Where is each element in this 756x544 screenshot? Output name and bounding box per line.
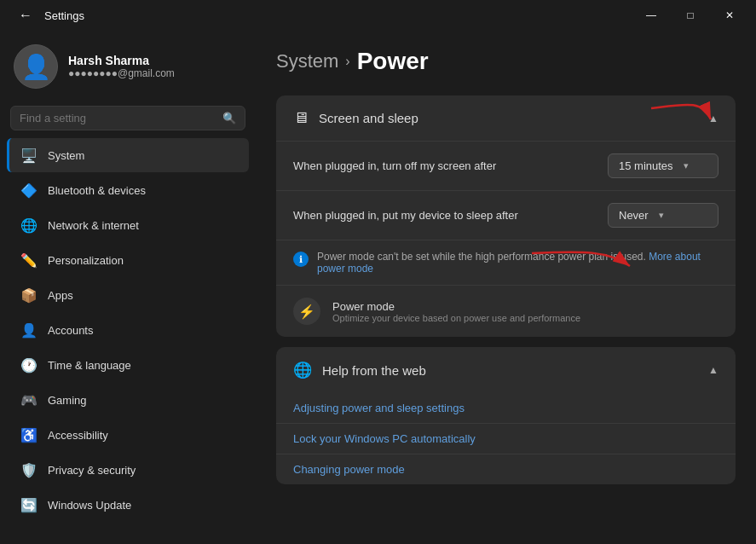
sidebar-item-windows-update[interactable]: 🔄Windows Update [7, 488, 249, 522]
bluetooth-nav-icon: 🔷 [20, 182, 38, 199]
sidebar-item-label-accessibility: Accessibility [48, 429, 108, 442]
help-link-0[interactable]: Adjusting power and sleep settings [276, 393, 736, 423]
sidebar: 👤 Harsh Sharma ●●●●●●●●@gmail.com 🔍 🖥️Sy… [0, 31, 256, 544]
titlebar-title: Settings [44, 9, 84, 22]
breadcrumb-separator: › [345, 54, 349, 69]
help-links-container: Adjusting power and sleep settingsLock y… [276, 393, 736, 484]
sidebar-item-system[interactable]: 🖥️System [7, 138, 249, 172]
sidebar-item-label-personalization: Personalization [48, 254, 124, 267]
sleep-label: When plugged in, put my device to sleep … [293, 209, 518, 222]
screen-sleep-title: Screen and sleep [319, 111, 418, 125]
sleep-value: Never [619, 209, 649, 222]
screen-sleep-header[interactable]: 🖥 Screen and sleep ▲ [276, 95, 736, 141]
sidebar-item-gaming[interactable]: 🎮Gaming [7, 383, 249, 417]
sidebar-item-accounts[interactable]: 👤Accounts [7, 313, 249, 347]
sidebar-item-label-apps: Apps [48, 289, 73, 302]
sidebar-item-apps[interactable]: 📦Apps [7, 278, 249, 312]
help-web-header[interactable]: 🌐 Help from the web ▲ [276, 347, 736, 393]
user-profile[interactable]: 👤 Harsh Sharma ●●●●●●●●@gmail.com [0, 38, 256, 102]
search-icon: 🔍 [222, 112, 236, 124]
help-web-header-left: 🌐 Help from the web [293, 361, 426, 379]
breadcrumb-current: Power [357, 48, 429, 75]
titlebar-left: ← Settings [14, 3, 84, 27]
system-nav-icon: 🖥️ [20, 147, 38, 164]
breadcrumb-parent: System [276, 50, 338, 72]
help-web-card: 🌐 Help from the web ▲ Adjusting power an… [276, 347, 736, 484]
help-web-icon: 🌐 [293, 361, 312, 379]
apps-nav-icon: 📦 [20, 286, 38, 304]
maximize-button[interactable]: □ [671, 2, 710, 29]
sidebar-item-label-network: Network & internet [48, 219, 139, 232]
sidebar-item-personalization[interactable]: ✏️Personalization [7, 243, 249, 277]
sidebar-item-bluetooth[interactable]: 🔷Bluetooth & devices [7, 173, 249, 207]
help-web-chevron: ▲ [708, 364, 718, 376]
sleep-dropdown[interactable]: Never ▾ [608, 203, 718, 228]
accounts-nav-icon: 👤 [20, 321, 38, 339]
info-icon: ℹ [293, 252, 309, 267]
sidebar-item-accessibility[interactable]: ♿Accessibility [7, 418, 249, 452]
sidebar-item-label-bluetooth: Bluetooth & devices [48, 184, 146, 197]
user-email: ●●●●●●●●@gmail.com [68, 67, 175, 79]
accessibility-nav-icon: ♿ [20, 426, 38, 443]
user-name: Harsh Sharma [68, 54, 175, 67]
screen-off-value: 15 minutes [619, 159, 673, 172]
network-nav-icon: 🌐 [20, 217, 38, 234]
time-nav-icon: 🕐 [20, 356, 38, 373]
main-layout: 👤 Harsh Sharma ●●●●●●●●@gmail.com 🔍 🖥️Sy… [0, 31, 756, 544]
breadcrumb: System › Power [276, 48, 736, 75]
sleep-row: When plugged in, put my device to sleep … [276, 190, 736, 240]
sidebar-item-label-time: Time & language [48, 359, 131, 372]
info-text: Power mode can't be set while the high p… [317, 251, 718, 275]
screen-sleep-chevron: ▲ [708, 113, 718, 124]
help-link-2[interactable]: Changing power mode [276, 454, 736, 484]
personalization-nav-icon: ✏️ [20, 252, 38, 269]
sidebar-item-time[interactable]: 🕐Time & language [7, 348, 249, 382]
power-mode-title: Power mode [332, 300, 580, 313]
power-mode-icon: ⚡ [293, 298, 320, 325]
sidebar-item-privacy[interactable]: 🛡️Privacy & security [7, 453, 249, 487]
avatar: 👤 [14, 44, 58, 89]
screen-off-dropdown[interactable]: 15 minutes ▾ [608, 153, 718, 178]
screen-off-label: When plugged in, turn off my screen afte… [293, 159, 496, 172]
screen-sleep-card: 🖥 Screen and sleep ▲ When plugged in, tu… [276, 95, 736, 337]
gaming-nav-icon: 🎮 [20, 391, 38, 408]
user-info: Harsh Sharma ●●●●●●●●@gmail.com [68, 54, 175, 79]
power-mode-info-row: ℹ Power mode can't be set while the high… [276, 240, 736, 285]
titlebar: ← Settings — □ ✕ [0, 0, 756, 31]
power-mode-subtitle: Optimize your device based on power use … [332, 313, 580, 323]
privacy-nav-icon: 🛡️ [20, 461, 38, 478]
search-container: 🔍 [0, 102, 256, 137]
screen-off-row: When plugged in, turn off my screen afte… [276, 141, 736, 190]
screen-sleep-icon: 🖥 [293, 109, 309, 127]
back-button[interactable]: ← [14, 3, 38, 27]
sidebar-item-label-system: System [48, 149, 84, 162]
content-area: System › Power [256, 31, 756, 544]
sidebar-item-label-accounts: Accounts [48, 324, 93, 337]
search-box[interactable]: 🔍 [10, 106, 245, 130]
minimize-button[interactable]: — [632, 2, 671, 29]
help-link-1[interactable]: Lock your Windows PC automatically [276, 423, 736, 454]
power-mode-row[interactable]: ⚡ Power mode Optimize your device based … [276, 285, 736, 337]
help-web-title: Help from the web [322, 363, 426, 378]
avatar-icon: 👤 [21, 53, 51, 81]
screen-off-chevron-icon: ▾ [684, 160, 689, 171]
titlebar-controls: — □ ✕ [632, 2, 749, 29]
sleep-chevron-icon: ▾ [659, 210, 664, 221]
sidebar-item-network[interactable]: 🌐Network & internet [7, 208, 249, 242]
sidebar-item-label-windows-update: Windows Update [48, 499, 131, 512]
sidebar-item-label-privacy: Privacy & security [48, 464, 136, 477]
windows-update-nav-icon: 🔄 [20, 496, 38, 513]
search-input[interactable] [20, 112, 216, 124]
nav-items-container: 🖥️System🔷Bluetooth & devices🌐Network & i… [0, 137, 256, 523]
sidebar-item-label-gaming: Gaming [48, 394, 87, 407]
close-button[interactable]: ✕ [710, 2, 749, 29]
screen-sleep-header-left: 🖥 Screen and sleep [293, 109, 418, 127]
power-mode-text: Power mode Optimize your device based on… [332, 300, 580, 323]
